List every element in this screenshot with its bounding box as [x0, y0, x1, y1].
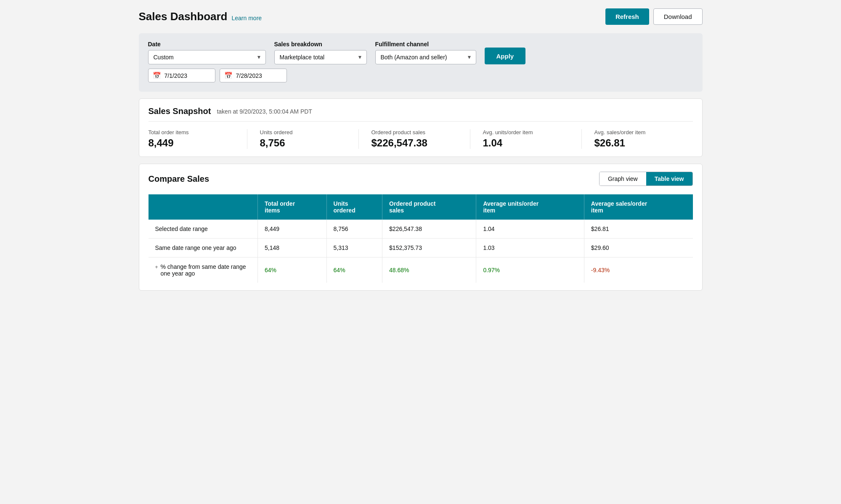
- compare-header: Compare Sales Graph view Table view: [149, 172, 693, 186]
- page-title: Sales Dashboard: [139, 10, 228, 23]
- col-header-total-order-items: Total orderitems: [258, 194, 327, 220]
- page-header: Sales Dashboard Learn more Refresh Downl…: [139, 8, 703, 25]
- date-filter-group: Date Custom ▼: [148, 41, 266, 64]
- row-label-selected: Selected date range: [149, 220, 258, 239]
- compare-title: Compare Sales: [149, 174, 210, 184]
- fulfillment-filter-group: Fulfillment channel Both (Amazon and sel…: [375, 41, 476, 64]
- pct-change-label: % change from same date range one year a…: [161, 263, 251, 277]
- cell-selected-units-ordered: 8,756: [326, 220, 382, 239]
- snapshot-section: Sales Snapshot taken at 9/20/2023, 5:00:…: [139, 98, 703, 157]
- cell-pct-total-order: 64%: [258, 257, 327, 283]
- metric-avg-units-order: Avg. units/order item 1.04: [470, 129, 581, 149]
- view-toggle: Graph view Table view: [599, 172, 693, 186]
- cell-pct-avg-sales: -9.43%: [584, 257, 692, 283]
- cell-yearago-avg-units: 1.03: [476, 239, 584, 257]
- cell-selected-total-order: 8,449: [258, 220, 327, 239]
- metric-value-units-ordered: 8,756: [260, 137, 350, 149]
- date-from-input[interactable]: [164, 72, 211, 79]
- metric-label-ordered-product-sales: Ordered product sales: [371, 129, 462, 135]
- title-group: Sales Dashboard Learn more: [139, 10, 262, 23]
- metric-ordered-product-sales: Ordered product sales $226,547.38: [358, 129, 470, 149]
- date-select[interactable]: Custom: [148, 50, 266, 64]
- snapshot-header: Sales Snapshot taken at 9/20/2023, 5:00:…: [149, 106, 693, 122]
- metric-label-units-ordered: Units ordered: [260, 129, 350, 135]
- snapshot-title: Sales Snapshot: [149, 106, 211, 116]
- download-button[interactable]: Download: [653, 8, 703, 25]
- metric-label-avg-sales-order: Avg. sales/order item: [594, 129, 684, 135]
- cell-selected-avg-sales: $26.81: [584, 220, 692, 239]
- fulfillment-label: Fulfillment channel: [375, 41, 476, 48]
- col-header-row-label: [149, 194, 258, 220]
- date-inputs-row: 📅 📅: [148, 69, 693, 82]
- header-actions: Refresh Download: [605, 8, 703, 25]
- compare-section: Compare Sales Graph view Table view Tota…: [139, 164, 703, 291]
- metric-value-avg-sales-order: $26.81: [594, 137, 684, 149]
- filter-bar: Date Custom ▼ Sales breakdown Marketplac…: [139, 33, 703, 92]
- cell-yearago-units-ordered: 5,313: [326, 239, 382, 257]
- sales-breakdown-select[interactable]: Marketplace total: [274, 50, 367, 64]
- metric-total-order-items: Total order items 8,449: [149, 129, 247, 149]
- date-to-input-group: 📅: [220, 69, 287, 82]
- fulfillment-select-wrapper: Both (Amazon and seller) ▼: [375, 50, 476, 64]
- date-to-input[interactable]: [236, 72, 282, 79]
- date-from-input-group: 📅: [148, 69, 215, 82]
- snapshot-timestamp: taken at 9/20/2023, 5:00:04 AM PDT: [217, 108, 312, 115]
- cell-pct-product-sales: 48.68%: [382, 257, 476, 283]
- cell-selected-product-sales: $226,547.38: [382, 220, 476, 239]
- sales-breakdown-filter-group: Sales breakdown Marketplace total ▼: [274, 41, 367, 64]
- filter-row-top: Date Custom ▼ Sales breakdown Marketplac…: [148, 41, 693, 64]
- metric-label-avg-units-order: Avg. units/order item: [483, 129, 573, 135]
- fulfillment-select[interactable]: Both (Amazon and seller): [375, 50, 476, 64]
- cell-selected-avg-units: 1.04: [476, 220, 584, 239]
- metric-value-avg-units-order: 1.04: [483, 137, 573, 149]
- learn-more-link[interactable]: Learn more: [231, 15, 262, 21]
- metric-label-total-order: Total order items: [149, 129, 239, 135]
- row-label-expand-group: + % change from same date range one year…: [155, 263, 251, 277]
- cell-pct-units-ordered: 64%: [326, 257, 382, 283]
- metric-value-ordered-product-sales: $226,547.38: [371, 137, 462, 149]
- date-select-wrapper: Custom ▼: [148, 50, 266, 64]
- col-header-avg-units-order: Average units/orderitem: [476, 194, 584, 220]
- calendar-from-icon: 📅: [153, 72, 161, 80]
- graph-view-button[interactable]: Graph view: [600, 172, 646, 186]
- row-label-year-ago: Same date range one year ago: [149, 239, 258, 257]
- metric-avg-sales-order: Avg. sales/order item $26.81: [581, 129, 693, 149]
- col-header-units-ordered: Unitsordered: [326, 194, 382, 220]
- row-label-pct-change: + % change from same date range one year…: [149, 257, 258, 283]
- metric-units-ordered: Units ordered 8,756: [247, 129, 358, 149]
- cell-yearago-product-sales: $152,375.73: [382, 239, 476, 257]
- table-row: Same date range one year ago 5,148 5,313…: [149, 239, 693, 257]
- compare-table: Total orderitems Unitsordered Ordered pr…: [149, 194, 693, 283]
- metric-value-total-order: 8,449: [149, 137, 239, 149]
- sales-breakdown-select-wrapper: Marketplace total ▼: [274, 50, 367, 64]
- sales-breakdown-label: Sales breakdown: [274, 41, 367, 48]
- pct-product-sales-value: 48.68%: [389, 267, 409, 273]
- table-row: Selected date range 8,449 8,756 $226,547…: [149, 220, 693, 239]
- col-header-avg-sales-order: Average sales/orderitem: [584, 194, 692, 220]
- apply-button[interactable]: Apply: [485, 48, 526, 64]
- cell-pct-avg-units: 0.97%: [476, 257, 584, 283]
- cell-yearago-total-order: 5,148: [258, 239, 327, 257]
- date-label: Date: [148, 41, 266, 48]
- col-header-ordered-product-sales: Ordered productsales: [382, 194, 476, 220]
- expand-icon[interactable]: +: [155, 264, 158, 270]
- snapshot-metrics: Total order items 8,449 Units ordered 8,…: [149, 129, 693, 149]
- table-header-row: Total orderitems Unitsordered Ordered pr…: [149, 194, 693, 220]
- pct-avg-units-value: 0.97%: [483, 267, 500, 273]
- table-view-button[interactable]: Table view: [646, 172, 692, 186]
- calendar-to-icon: 📅: [224, 72, 233, 80]
- pct-units-ordered-value: 64%: [334, 267, 345, 273]
- pct-avg-sales-value: -9.43%: [591, 267, 610, 273]
- cell-yearago-avg-sales: $29.60: [584, 239, 692, 257]
- pct-total-order-value: 64%: [265, 267, 276, 273]
- table-row: + % change from same date range one year…: [149, 257, 693, 283]
- refresh-button[interactable]: Refresh: [605, 8, 649, 25]
